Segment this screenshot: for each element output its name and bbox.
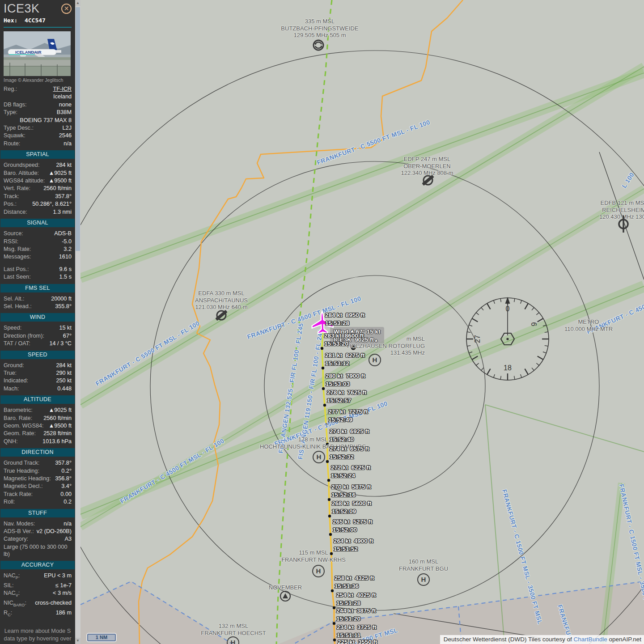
row-value: EPU < 3 m [44, 572, 72, 582]
svg-text:27: 27 [474, 335, 481, 343]
mode-s-hint: Learn more about Mode S data type by hov… [0, 627, 75, 644]
sidebar-scrollbar[interactable]: ▲ ▼ [75, 0, 80, 644]
data-row: TAT / OAT:14 / 3 °C [0, 340, 75, 347]
trail-point-label: 278 kt 7625 ft15:52:57 [327, 389, 367, 405]
row-label: RC: [4, 609, 12, 619]
row-value: 50.286°, 8.621° [32, 200, 72, 208]
navaid-label: 132 m MSLFRANKFURT HOECHST [201, 623, 266, 636]
row-label: SIL: [4, 582, 14, 589]
row-label: Category: [4, 535, 28, 543]
row-label: Vert. Rate: [4, 185, 30, 192]
data-row: Last Pos.:9.6 s [0, 266, 75, 273]
data-row: RC:186 m [0, 609, 75, 619]
row-label: Source: [4, 230, 23, 237]
airfield-icon [419, 171, 437, 191]
data-row: Nav. Modes:n/a [0, 520, 75, 528]
aircraft-photo[interactable]: ICELANDAIR [4, 31, 71, 76]
row-value: 0.2 [64, 498, 72, 506]
section-header: SPEED [0, 351, 75, 359]
heliport-icon: H [312, 565, 325, 577]
data-row: Sel. Alt.:20000 ft [0, 295, 75, 303]
row-value: < 3 m/s [53, 589, 72, 599]
trail-point-label: 274 kt 6925 ft15:52:40 [330, 428, 369, 444]
trail-point-label: 272 kt 6225 ft15:52:24 [331, 464, 371, 480]
row-value: 1013.6 hPa [42, 438, 72, 445]
navaid-label: 160 m MSLFRANKFURT BGU [399, 558, 448, 572]
chartbundle-link[interactable]: ChartBundle [574, 636, 607, 643]
aircraft-detail-panel: ICE3K ✕ Hex: 4CC547 ICELANDAIR [0, 0, 75, 644]
row-value: 290 kt [56, 369, 72, 377]
row-label: Route: [4, 140, 20, 148]
data-row: True Heading:0.2° [0, 467, 75, 475]
row-label: Reg.: [4, 85, 17, 93]
glider-site-icon [614, 215, 632, 235]
data-row: Vert. Rate:2560 ft/min [0, 185, 75, 192]
data-row: Groundspeed:284 kt [0, 161, 75, 169]
data-row: QNH:1013.6 hPa [0, 438, 75, 445]
row-label: RSSI: [4, 238, 18, 246]
data-row: Sel. Head.:355.8° [0, 303, 75, 310]
data-row: Mach:0.448 [0, 385, 75, 393]
data-row: Magnetic Decl.:3.4° [0, 483, 75, 490]
data-row: Last Seen:1.5 s [0, 273, 75, 281]
row-value[interactable]: TF-ICR [53, 85, 72, 93]
row-value: 67° [63, 332, 72, 340]
data-row: RSSI:-5.0 [0, 238, 75, 246]
data-row: Track:357.8° [0, 193, 75, 200]
svg-text:18: 18 [504, 364, 512, 372]
row-value: 2560 ft/min [43, 415, 72, 422]
row-label: True Heading: [4, 467, 39, 475]
scroll-down-icon[interactable]: ▼ [75, 638, 80, 644]
map[interactable]: 061827 Wind ➤ 67° 15 kt ICE3K 9025 ft▲ 2… [80, 0, 644, 644]
section-header: FMS SEL [0, 284, 75, 292]
data-row: Reg.:TF-ICR [0, 85, 75, 93]
row-value: 357.8° [55, 459, 72, 467]
trail-point-label: 258 kt 4325 ft15:51:36 [335, 574, 374, 590]
row-label: Nav. Modes: [4, 520, 35, 528]
close-icon[interactable]: ✕ [61, 4, 72, 14]
row-label: Ground Track: [4, 459, 39, 467]
row-value: 14 / 3 °C [49, 340, 72, 347]
scroll-up-icon[interactable]: ▲ [75, 0, 80, 6]
row-value: L2J [63, 124, 72, 132]
map-attribution: Deutscher Wetterdienst (DWD) Tiles court… [440, 635, 644, 644]
row-label: DB flags: [4, 101, 26, 109]
data-row: NACP:EPU < 3 m [0, 572, 75, 582]
row-value: 2528 ft/min [43, 430, 72, 437]
row-label: TAT / OAT: [4, 340, 30, 347]
section-header: SIGNAL [0, 219, 75, 227]
row-value: ▲9025 ft [49, 169, 72, 177]
section-header: ACCURACY [0, 561, 75, 569]
data-row: Magnetic Heading:356.8° [0, 475, 75, 483]
trail-point-label: 281 kt 8275 ft15:53:12 [325, 352, 365, 368]
row-value: ≤ 1e-7 [55, 582, 72, 589]
row-value: 250 kt [56, 377, 72, 385]
row-label: QNH: [4, 438, 18, 445]
row-label: Track: [4, 193, 19, 200]
row-value: BOEING 737 MAX 8 [20, 117, 72, 124]
row-value: n/a [64, 520, 72, 528]
data-row: Roll:0.2 [0, 498, 75, 506]
row-value: 0.00 [60, 491, 72, 498]
row-label: Geom. Rate: [4, 430, 36, 437]
panel-header: ICE3K ✕ Hex: 4CC547 [0, 0, 75, 28]
data-row: NICBARO:cross-checked [0, 599, 75, 609]
row-label: Track Rate: [4, 491, 33, 498]
heliport-icon: H [417, 573, 430, 586]
row-value: none [59, 101, 72, 109]
row-value: 20000 ft [51, 295, 72, 303]
row-label: Last Seen: [4, 273, 31, 281]
navaid-label: 335 m MSLBUTZBACH-PFINGSTWEIDE129.505 MH… [281, 18, 358, 39]
data-row: Iceland [0, 93, 75, 101]
data-row: Track Rate:0.00 [0, 491, 75, 498]
row-value: B38M [57, 109, 72, 116]
data-row: Type:B38M [0, 109, 75, 116]
row-label: Sel. Alt.: [4, 295, 25, 303]
section-header: SPATIAL [0, 150, 75, 159]
row-value: 3.2 [64, 246, 72, 253]
row-label: Distance: [4, 208, 27, 216]
svg-text:6: 6 [530, 322, 538, 326]
row-label: Speed: [4, 324, 21, 332]
scrollbar-thumb[interactable] [76, 7, 80, 251]
heliport-icon: H [369, 354, 381, 366]
